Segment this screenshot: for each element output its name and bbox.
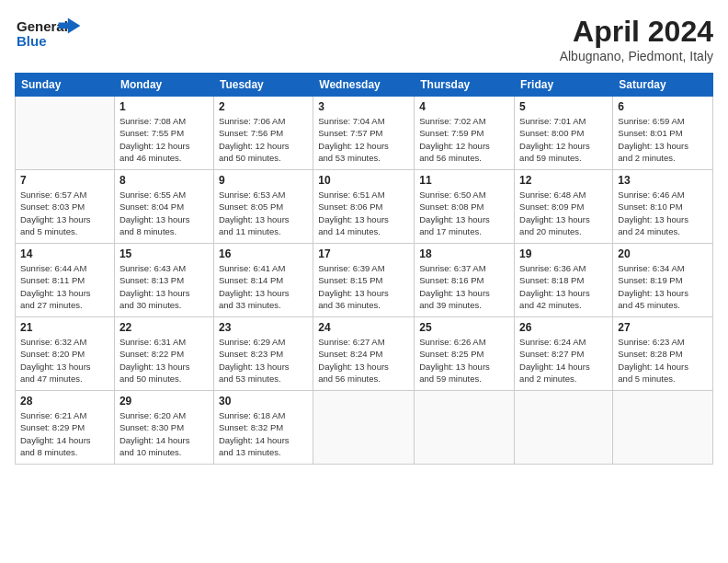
day-info: Sunrise: 7:08 AMSunset: 7:55 PMDaylight:… (119, 115, 209, 164)
table-row: 28Sunrise: 6:21 AMSunset: 8:29 PMDayligh… (16, 391, 115, 465)
col-wednesday: Wednesday (313, 74, 415, 97)
table-row: 1Sunrise: 7:08 AMSunset: 7:55 PMDaylight… (114, 97, 213, 170)
day-info: Sunrise: 7:02 AMSunset: 7:59 PMDaylight:… (419, 115, 509, 164)
day-number: 6 (618, 100, 708, 113)
calendar-row: 21Sunrise: 6:32 AMSunset: 8:20 PMDayligh… (16, 317, 713, 391)
day-info: Sunrise: 6:20 AMSunset: 8:30 PMDaylight:… (119, 409, 209, 458)
title-area: April 2024 Albugnano, Piedmont, Italy (560, 15, 713, 63)
table-row (415, 391, 515, 465)
day-info: Sunrise: 6:23 AMSunset: 8:28 PMDaylight:… (618, 336, 708, 385)
table-row: 20Sunrise: 6:34 AMSunset: 8:19 PMDayligh… (613, 244, 713, 317)
table-row: 21Sunrise: 6:32 AMSunset: 8:20 PMDayligh… (16, 317, 115, 391)
table-row: 13Sunrise: 6:46 AMSunset: 8:10 PMDayligh… (613, 170, 713, 244)
day-number: 17 (318, 247, 409, 260)
day-number: 27 (618, 321, 708, 334)
table-row: 15Sunrise: 6:43 AMSunset: 8:13 PMDayligh… (114, 244, 213, 317)
table-row: 22Sunrise: 6:31 AMSunset: 8:22 PMDayligh… (114, 317, 213, 391)
table-row: 4Sunrise: 7:02 AMSunset: 7:59 PMDaylight… (415, 97, 515, 170)
day-info: Sunrise: 6:39 AMSunset: 8:15 PMDaylight:… (318, 262, 409, 311)
day-info: Sunrise: 6:32 AMSunset: 8:20 PMDaylight:… (20, 336, 109, 385)
day-info: Sunrise: 6:31 AMSunset: 8:22 PMDaylight:… (119, 336, 209, 385)
table-row: 10Sunrise: 6:51 AMSunset: 8:06 PMDayligh… (313, 170, 415, 244)
day-info: Sunrise: 6:43 AMSunset: 8:13 PMDaylight:… (119, 262, 209, 311)
day-info: Sunrise: 6:36 AMSunset: 8:18 PMDaylight:… (519, 262, 608, 311)
table-row: 9Sunrise: 6:53 AMSunset: 8:05 PMDaylight… (213, 170, 313, 244)
col-monday: Monday (114, 74, 213, 97)
table-row: 30Sunrise: 6:18 AMSunset: 8:32 PMDayligh… (213, 391, 313, 465)
calendar-row: 1Sunrise: 7:08 AMSunset: 7:55 PMDaylight… (16, 97, 713, 170)
table-row (16, 97, 115, 170)
day-number: 21 (20, 321, 109, 334)
table-row (613, 391, 713, 465)
day-number: 16 (219, 247, 308, 260)
table-row: 19Sunrise: 6:36 AMSunset: 8:18 PMDayligh… (515, 244, 613, 317)
day-number: 10 (318, 174, 409, 187)
table-row: 24Sunrise: 6:27 AMSunset: 8:24 PMDayligh… (313, 317, 415, 391)
calendar-body: 1Sunrise: 7:08 AMSunset: 7:55 PMDaylight… (16, 97, 713, 465)
table-row: 27Sunrise: 6:23 AMSunset: 8:28 PMDayligh… (613, 317, 713, 391)
day-number: 15 (119, 247, 209, 260)
page: General Blue April 2024 Albugnano, Piedm… (0, 0, 728, 563)
day-info: Sunrise: 6:18 AMSunset: 8:32 PMDaylight:… (219, 409, 308, 458)
logo: General Blue (15, 15, 97, 59)
day-number: 14 (20, 247, 109, 260)
table-row: 3Sunrise: 7:04 AMSunset: 7:57 PMDaylight… (313, 97, 415, 170)
day-info: Sunrise: 6:41 AMSunset: 8:14 PMDaylight:… (219, 262, 308, 311)
col-saturday: Saturday (613, 74, 713, 97)
table-row: 7Sunrise: 6:57 AMSunset: 8:03 PMDaylight… (16, 170, 115, 244)
location: Albugnano, Piedmont, Italy (560, 49, 713, 63)
header-row: Sunday Monday Tuesday Wednesday Thursday… (16, 74, 713, 97)
table-row: 14Sunrise: 6:44 AMSunset: 8:11 PMDayligh… (16, 244, 115, 317)
table-row: 6Sunrise: 6:59 AMSunset: 8:01 PMDaylight… (613, 97, 713, 170)
day-number: 19 (519, 247, 608, 260)
day-number: 8 (119, 174, 209, 187)
day-info: Sunrise: 6:21 AMSunset: 8:29 PMDaylight:… (20, 409, 109, 458)
day-info: Sunrise: 6:27 AMSunset: 8:24 PMDaylight:… (318, 336, 409, 385)
day-number: 5 (519, 100, 608, 113)
table-row: 2Sunrise: 7:06 AMSunset: 7:56 PMDaylight… (213, 97, 313, 170)
day-number: 28 (20, 395, 109, 408)
table-row: 23Sunrise: 6:29 AMSunset: 8:23 PMDayligh… (213, 317, 313, 391)
day-number: 24 (318, 321, 409, 334)
day-number: 23 (219, 321, 308, 334)
calendar-row: 28Sunrise: 6:21 AMSunset: 8:29 PMDayligh… (16, 391, 713, 465)
day-number: 29 (119, 395, 209, 408)
table-row: 26Sunrise: 6:24 AMSunset: 8:27 PMDayligh… (515, 317, 613, 391)
day-number: 9 (219, 174, 308, 187)
day-number: 30 (219, 395, 308, 408)
day-number: 12 (519, 174, 608, 187)
table-row: 29Sunrise: 6:20 AMSunset: 8:30 PMDayligh… (114, 391, 213, 465)
header: General Blue April 2024 Albugnano, Piedm… (15, 15, 713, 63)
day-info: Sunrise: 6:34 AMSunset: 8:19 PMDaylight:… (618, 262, 708, 311)
day-info: Sunrise: 6:46 AMSunset: 8:10 PMDaylight:… (618, 189, 708, 237)
day-info: Sunrise: 6:24 AMSunset: 8:27 PMDaylight:… (519, 336, 608, 385)
day-info: Sunrise: 6:55 AMSunset: 8:04 PMDaylight:… (119, 189, 209, 237)
day-info: Sunrise: 7:04 AMSunset: 7:57 PMDaylight:… (318, 115, 409, 164)
table-row: 11Sunrise: 6:50 AMSunset: 8:08 PMDayligh… (415, 170, 515, 244)
day-number: 18 (419, 247, 509, 260)
day-info: Sunrise: 6:37 AMSunset: 8:16 PMDaylight:… (419, 262, 509, 311)
day-number: 25 (419, 321, 509, 334)
day-info: Sunrise: 6:48 AMSunset: 8:09 PMDaylight:… (519, 189, 608, 237)
day-number: 1 (119, 100, 209, 113)
day-info: Sunrise: 6:29 AMSunset: 8:23 PMDaylight:… (219, 336, 308, 385)
day-info: Sunrise: 7:06 AMSunset: 7:56 PMDaylight:… (219, 115, 308, 164)
svg-text:Blue: Blue (17, 33, 47, 49)
day-number: 13 (618, 174, 708, 187)
day-number: 7 (20, 174, 109, 187)
day-number: 3 (318, 100, 409, 113)
table-row: 8Sunrise: 6:55 AMSunset: 8:04 PMDaylight… (114, 170, 213, 244)
day-info: Sunrise: 6:59 AMSunset: 8:01 PMDaylight:… (618, 115, 708, 164)
table-row: 12Sunrise: 6:48 AMSunset: 8:09 PMDayligh… (515, 170, 613, 244)
day-info: Sunrise: 7:01 AMSunset: 8:00 PMDaylight:… (519, 115, 608, 164)
calendar-row: 14Sunrise: 6:44 AMSunset: 8:11 PMDayligh… (16, 244, 713, 317)
logo-icon: General Blue (15, 15, 97, 55)
table-row (515, 391, 613, 465)
day-number: 20 (618, 247, 708, 260)
day-info: Sunrise: 6:44 AMSunset: 8:11 PMDaylight:… (20, 262, 109, 311)
day-number: 22 (119, 321, 209, 334)
table-row: 18Sunrise: 6:37 AMSunset: 8:16 PMDayligh… (415, 244, 515, 317)
day-info: Sunrise: 6:50 AMSunset: 8:08 PMDaylight:… (419, 189, 509, 237)
col-tuesday: Tuesday (213, 74, 313, 97)
month-title: April 2024 (560, 15, 713, 49)
